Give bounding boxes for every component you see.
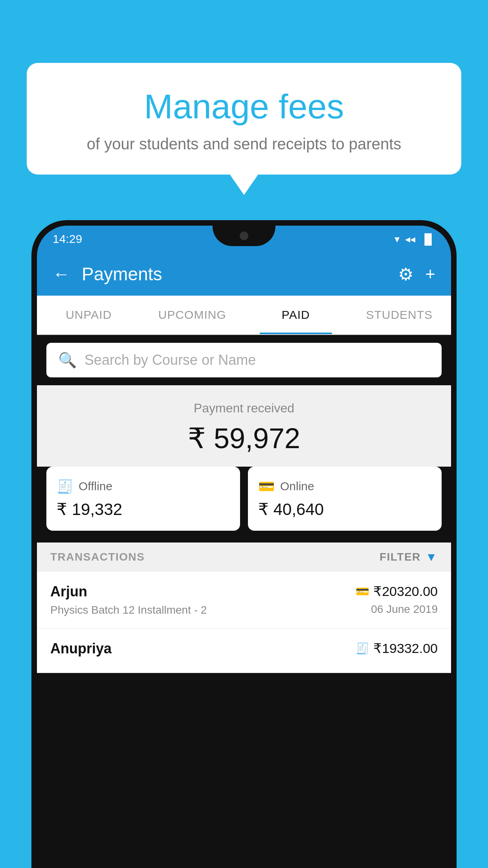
transaction-name-2: Anupriya	[50, 640, 112, 657]
signal-icon: ◂◂	[405, 233, 415, 245]
transaction-detail-1: Physics Batch 12 Installment - 2	[50, 604, 207, 616]
transaction-date-1: 06 June 2019	[356, 603, 438, 616]
add-icon[interactable]: +	[425, 264, 435, 284]
search-bar[interactable]: 🔍 Search by Course or Name	[46, 343, 442, 377]
offline-icon: 🧾	[57, 478, 73, 494]
transaction-row-arjun[interactable]: Arjun Physics Batch 12 Installment - 2 💳…	[37, 572, 451, 629]
battery-icon: ▐▌	[421, 233, 435, 245]
filter-button[interactable]: FILTER ▼	[380, 550, 438, 564]
status-time: 14:29	[53, 232, 82, 246]
tab-paid[interactable]: PAID	[244, 296, 348, 334]
transactions-header: TRANSACTIONS FILTER ▼	[37, 542, 451, 572]
online-label: Online	[280, 480, 314, 493]
transaction-name-1: Arjun	[50, 583, 207, 600]
screen-content: 🔍 Search by Course or Name Payment recei…	[37, 335, 451, 868]
header-icons: ⚙ +	[398, 264, 435, 284]
status-icons: ▾ ◂◂ ▐▌	[394, 233, 435, 245]
bubble-title: Manage fees	[46, 86, 442, 127]
payment-received-amount: ₹ 59,972	[45, 422, 443, 455]
search-icon: 🔍	[58, 351, 77, 369]
wifi-icon: ▾	[394, 233, 400, 245]
tab-students[interactable]: STUDENTS	[348, 296, 451, 334]
payment-cards: 🧾 Offline ₹ 19,332 💳 Online ₹ 40,640	[46, 467, 442, 531]
app-header: ← Payments ⚙ +	[37, 252, 451, 296]
bubble-subtitle: of your students and send receipts to pa…	[46, 135, 442, 153]
transaction-amount-1: 💳 ₹20320.00	[356, 583, 438, 599]
search-input[interactable]: Search by Course or Name	[84, 352, 256, 368]
phone-inner: 14:29 ▾ ◂◂ ▐▌ ← Payments ⚙ + UNPAID	[37, 226, 451, 868]
online-card-header: 💳 Online	[258, 478, 431, 494]
tab-bar: UNPAID UPCOMING PAID STUDENTS	[37, 296, 451, 335]
online-card: 💳 Online ₹ 40,640	[248, 467, 442, 531]
status-bar: 14:29 ▾ ◂◂ ▐▌	[37, 226, 451, 252]
online-amount: ₹ 40,640	[258, 500, 431, 519]
offline-card-header: 🧾 Offline	[57, 478, 230, 494]
filter-label: FILTER	[380, 551, 421, 563]
payment-received-label: Payment received	[45, 401, 443, 416]
offline-label: Offline	[79, 480, 112, 493]
notch	[213, 226, 275, 246]
transactions-label: TRANSACTIONS	[50, 551, 145, 563]
back-button[interactable]: ←	[53, 264, 70, 284]
payment-received-section: Payment received ₹ 59,972	[37, 385, 451, 467]
tab-upcoming[interactable]: UPCOMING	[141, 296, 244, 334]
speech-bubble: Manage fees of your students and send re…	[27, 63, 461, 175]
header-title: Payments	[82, 263, 386, 285]
tab-unpaid[interactable]: UNPAID	[37, 296, 141, 334]
filter-icon: ▼	[426, 550, 438, 564]
transaction-amount-2: 🧾 ₹19332.00	[356, 640, 438, 656]
online-icon: 💳	[258, 478, 275, 494]
settings-icon[interactable]: ⚙	[398, 264, 413, 284]
transaction-row-anupriya[interactable]: Anupriya 🧾 ₹19332.00	[37, 629, 451, 673]
offline-amount: ₹ 19,332	[57, 500, 230, 519]
payment-method-icon-1: 💳	[356, 585, 369, 598]
offline-card: 🧾 Offline ₹ 19,332	[46, 467, 240, 531]
payment-method-icon-2: 🧾	[356, 642, 369, 655]
camera-dot	[240, 232, 248, 240]
phone-frame: 14:29 ▾ ◂◂ ▐▌ ← Payments ⚙ + UNPAID	[31, 220, 457, 868]
